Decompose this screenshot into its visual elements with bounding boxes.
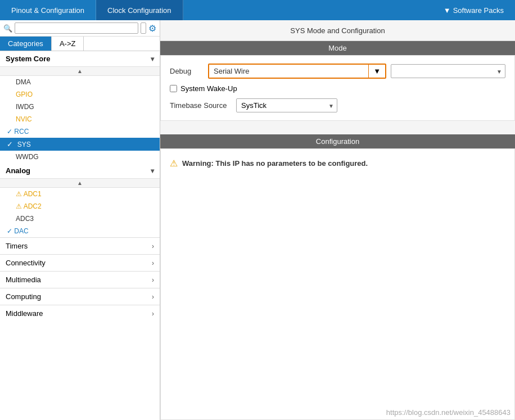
chevron-down-icon: ▾ [151, 55, 154, 63]
timebase-label: Timebase Source [170, 101, 232, 110]
empty-select-wrapper [391, 64, 505, 78]
sidebar-tabs: Categories A->Z [0, 37, 160, 51]
system-wakeup-row: System Wake-Up [170, 84, 505, 93]
warning-icon: ⚠ [170, 158, 178, 169]
config-section-header: Configuration [160, 134, 515, 148]
sidebar-search-bar: 🔍 ⚙ [0, 20, 160, 37]
gear-icon[interactable]: ⚙ [148, 23, 156, 34]
warning-text: Warning: This IP has no parameters to be… [182, 159, 368, 168]
tab-pinout[interactable]: Pinout & Configuration [0, 0, 96, 20]
main-layout: 🔍 ⚙ Categories A->Z Syst [0, 20, 515, 420]
sidebar-item-sys[interactable]: ✓ SYS [0, 138, 160, 151]
sidebar-item-gpio[interactable]: GPIO [0, 88, 160, 101]
chevron-down-icon: ▼ [444, 6, 451, 15]
watermark: https://blog.csdn.net/weixin_45488643 [386, 408, 511, 417]
debug-label: Debug [170, 67, 204, 75]
sidebar-item-wwdg[interactable]: WWDG [0, 151, 160, 163]
system-wakeup-checkbox[interactable] [170, 85, 177, 92]
chevron-right-icon: › [152, 242, 154, 250]
sidebar-item-rcc[interactable]: RCC [0, 125, 160, 138]
sidebar-item-nvic[interactable]: NVIC [0, 113, 160, 125]
debug-dropdown-btn[interactable]: ▼ [368, 65, 385, 78]
chevron-right-icon: › [152, 293, 154, 301]
timebase-row: Timebase Source SysTick [170, 98, 505, 112]
system-wakeup-label: System Wake-Up [180, 84, 237, 93]
timebase-select[interactable]: SysTick [236, 98, 337, 112]
chevron-right-icon: › [152, 276, 154, 284]
arrow-up-icon: ▲ [77, 180, 83, 186]
category-middleware[interactable]: Middleware › [0, 305, 160, 322]
arrow-up-icon: ▲ [77, 68, 83, 74]
chevron-right-icon: › [152, 310, 154, 318]
sidebar-item-dac[interactable]: DAC [0, 225, 160, 237]
timebase-select-wrapper: SysTick [236, 98, 337, 112]
right-content: SYS Mode and Configuration Mode Debug Se… [160, 20, 515, 420]
debug-value: Serial Wire [209, 65, 368, 78]
config-section-body: ⚠ Warning: This IP has no parameters to … [160, 148, 515, 420]
sidebar-item-iwdg[interactable]: IWDG [0, 101, 160, 113]
top-tabs: Pinout & Configuration Clock Configurati… [0, 0, 515, 20]
category-multimedia[interactable]: Multimedia › [0, 271, 160, 288]
search-input[interactable] [15, 22, 138, 34]
tab-atoz[interactable]: A->Z [52, 37, 84, 51]
chevron-down-icon: ▾ [151, 167, 154, 175]
category-timers[interactable]: Timers › [0, 237, 160, 254]
sidebar-item-adc2[interactable]: ⚠ ADC2 [0, 200, 160, 213]
spacer [160, 123, 515, 134]
category-system-core[interactable]: System Core ▾ [0, 51, 160, 67]
content-title: SYS Mode and Configuration [160, 20, 515, 41]
tab-spacer [183, 0, 432, 20]
sidebar-content: System Core ▾ ▲ DMA GPIO IWDG NVIC RCC ✓… [0, 51, 160, 420]
debug-select-wrapper: Serial Wire ▼ [208, 64, 386, 79]
sidebar-item-dma[interactable]: DMA [0, 76, 160, 88]
mode-section-header: Mode [160, 41, 515, 55]
scroll-up-analog-btn[interactable]: ▲ [0, 179, 160, 188]
warning-row: ⚠ Warning: This IP has no parameters to … [161, 149, 514, 178]
tab-clock[interactable]: Clock Configuration [96, 0, 183, 20]
category-connectivity[interactable]: Connectivity › [0, 254, 160, 271]
chevron-right-icon: › [152, 259, 154, 267]
sidebar-item-adc3[interactable]: ADC3 [0, 213, 160, 225]
debug-extra-select[interactable] [391, 64, 505, 78]
sidebar: 🔍 ⚙ Categories A->Z Syst [0, 20, 160, 420]
tab-software-packs[interactable]: ▼ Software Packs [432, 0, 515, 20]
scroll-up-btn[interactable]: ▲ [0, 67, 160, 76]
search-icon: 🔍 [3, 24, 12, 33]
tab-categories[interactable]: Categories [0, 37, 52, 51]
category-computing[interactable]: Computing › [0, 288, 160, 305]
mode-section-body: Debug Serial Wire ▼ System Wake-Up [160, 55, 515, 121]
sidebar-item-adc1[interactable]: ⚠ ADC1 [0, 188, 160, 200]
search-dropdown[interactable] [141, 22, 146, 34]
category-analog[interactable]: Analog ▾ [0, 163, 160, 179]
debug-row: Debug Serial Wire ▼ [170, 64, 505, 79]
